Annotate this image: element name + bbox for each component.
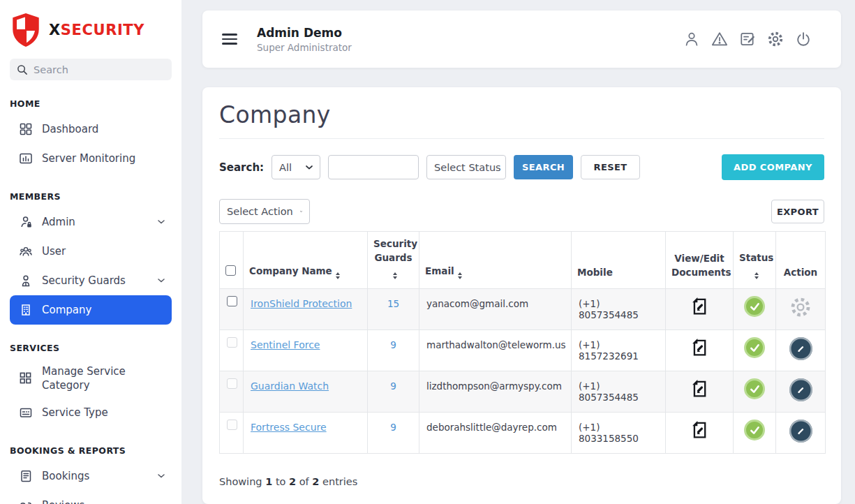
chevron-down-icon — [158, 279, 165, 283]
sidebar-item-dashboard[interactable]: Dashboard — [10, 114, 172, 144]
monitoring-icon — [20, 152, 32, 165]
email-cell: marthadwalton@teleworm.us — [419, 330, 572, 371]
mobile-cell: (+1) 8057354485 — [572, 289, 666, 330]
row-checkbox[interactable] — [227, 378, 237, 389]
guards-count-link[interactable]: 15 — [387, 298, 399, 309]
brand-name: XSECURITY — [49, 22, 144, 38]
admin-icon — [20, 216, 32, 228]
reset-button[interactable]: RESET — [581, 155, 640, 179]
sidebar-item-service-type[interactable]: Service Type — [10, 398, 172, 427]
add-company-button[interactable]: ADD COMPANY — [722, 154, 824, 180]
mobile-cell: (+1) 8033158550 — [572, 413, 666, 454]
top-header: Admin Demo Super Administrator — [202, 10, 841, 68]
guard-icon — [20, 274, 32, 287]
search-field-select[interactable]: All — [272, 155, 320, 179]
status-badge[interactable] — [744, 420, 765, 440]
guards-count-link[interactable]: 9 — [390, 380, 396, 392]
sidebar-item-user[interactable]: User — [10, 237, 172, 266]
action-bar: Select Action EXPORT — [219, 199, 824, 224]
table-header-row: Company Name Security Guards Email Mobil… — [220, 232, 826, 289]
col-status[interactable]: Status — [734, 232, 776, 289]
sidebar-search[interactable] — [10, 59, 172, 80]
chevron-down-icon — [158, 220, 165, 224]
guards-count-link[interactable]: 9 — [390, 422, 396, 433]
company-icon — [20, 304, 32, 316]
col-documents: View/Edit Documents — [666, 232, 734, 289]
document-edit-icon[interactable] — [689, 296, 710, 317]
report-icon[interactable] — [739, 31, 756, 47]
gear-icon[interactable] — [789, 296, 812, 318]
table-row: Guardian Watch 9 lizdthompson@armyspy.co… — [220, 371, 826, 413]
status-select[interactable]: Select Status — [426, 155, 506, 179]
edit-icon[interactable] — [789, 378, 812, 401]
sidebar-item-server-monitoring[interactable]: Server Monitoring — [10, 144, 172, 173]
showing-entries-text: Showing 1 to 2 of 2 entries — [219, 476, 824, 487]
reviews-icon — [20, 499, 32, 504]
status-badge[interactable] — [744, 337, 765, 358]
status-badge[interactable] — [744, 296, 765, 317]
document-edit-icon[interactable] — [689, 420, 710, 440]
col-security-guards[interactable]: Security Guards — [368, 232, 419, 289]
category-icon — [20, 372, 32, 385]
col-action: Action — [776, 232, 826, 289]
col-company-name[interactable]: Company Name — [244, 232, 368, 289]
email-cell: lizdthompson@armyspy.com — [419, 371, 572, 413]
status-badge[interactable] — [744, 378, 765, 399]
document-edit-icon[interactable] — [689, 337, 710, 358]
company-link[interactable]: Fortress Secure — [251, 422, 327, 433]
select-all-checkbox[interactable] — [225, 265, 236, 276]
document-edit-icon[interactable] — [689, 378, 710, 399]
check-icon — [750, 385, 760, 394]
col-email[interactable]: Email — [419, 232, 572, 289]
shield-logo-icon — [10, 12, 42, 48]
company-table: Company Name Security Guards Email Mobil… — [219, 231, 826, 454]
company-link[interactable]: Guardian Watch — [251, 380, 329, 392]
sidebar-item-security-guards[interactable]: Security Guards — [10, 266, 172, 295]
company-link[interactable]: IronShield Protection — [251, 298, 352, 309]
sort-icon — [458, 272, 462, 279]
user-icon[interactable] — [683, 31, 700, 47]
row-checkbox[interactable] — [227, 296, 237, 306]
guards-count-link[interactable]: 9 — [390, 339, 396, 350]
edit-icon[interactable] — [789, 337, 812, 360]
service-type-icon — [20, 406, 32, 419]
table-row: Sentinel Force 9 marthadwalton@teleworm.… — [220, 330, 826, 371]
menu-toggle-icon[interactable] — [222, 31, 237, 47]
sort-icon — [754, 272, 759, 279]
user-name: Admin Demo — [257, 26, 352, 40]
row-checkbox[interactable] — [227, 337, 237, 348]
sidebar-item-company[interactable]: Company — [10, 295, 172, 325]
sort-icon — [393, 272, 397, 279]
chevron-down-icon — [306, 165, 313, 170]
bulk-action-select[interactable]: Select Action — [219, 199, 310, 224]
user-role: Super Administrator — [257, 42, 352, 53]
edit-icon[interactable] — [789, 420, 812, 443]
mobile-cell: (+1) 8157232691 — [572, 330, 666, 371]
section-title-members: MEMBERS — [10, 191, 172, 202]
sidebar-item-admin[interactable]: Admin — [10, 207, 172, 237]
export-button[interactable]: EXPORT — [771, 200, 824, 223]
page-title: Company — [219, 101, 824, 139]
section-title-bookings-reports: BOOKINGS & REPORTS — [10, 445, 172, 456]
power-icon[interactable] — [795, 31, 812, 47]
search-label: Search: — [219, 161, 264, 174]
sidebar-item-manage-service-category[interactable]: Manage Service Category — [10, 359, 172, 398]
search-button[interactable]: SEARCH — [514, 155, 573, 179]
settings-icon[interactable] — [767, 31, 784, 47]
email-cell: deborahslittle@dayrep.com — [419, 413, 572, 454]
sidebar-item-reviews[interactable]: Reviews — [10, 491, 172, 504]
check-icon — [750, 302, 760, 311]
user-info: Admin Demo Super Administrator — [257, 26, 352, 53]
content-card: Company Search: All Select Status SEARCH… — [202, 87, 841, 504]
sidebar: XSECURITY HOME Dashboard Server Monitori… — [0, 0, 181, 504]
users-icon — [20, 245, 32, 258]
sidebar-item-bookings[interactable]: Bookings — [10, 461, 172, 491]
search-keyword-input[interactable] — [328, 155, 419, 179]
company-link[interactable]: Sentinel Force — [251, 339, 320, 350]
sidebar-search-input[interactable] — [34, 64, 165, 75]
row-checkbox[interactable] — [227, 420, 237, 430]
brand-logo[interactable]: XSECURITY — [10, 10, 172, 50]
alert-icon[interactable] — [711, 31, 728, 47]
mobile-cell: (+1) 8057354485 — [572, 371, 666, 413]
bookings-icon — [20, 470, 32, 482]
